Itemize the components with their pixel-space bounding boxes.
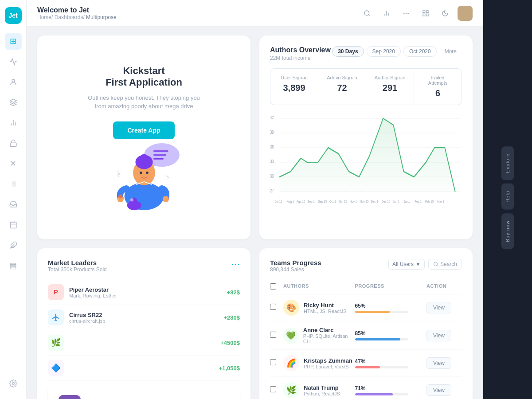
team-progress-2: 85% — [355, 330, 427, 340]
sidebar-item-lock[interactable] — [5, 135, 22, 152]
stat-failed-value: 6 — [421, 88, 454, 98]
dots-button[interactable] — [399, 6, 413, 20]
svg-line-78 — [437, 265, 438, 266]
market-subtitle: Total 350k Products Sold — [48, 266, 107, 273]
logo[interactable]: Jet — [5, 7, 22, 24]
svg-text:Jul 15: Jul 15 — [275, 200, 282, 203]
svg-point-24 — [406, 13, 406, 13]
market-value-2: +280$ — [223, 314, 240, 321]
team-row-3: 🌈 Kristaps Zumman PHP, Laravel, VueJS 47… — [270, 350, 462, 377]
view-btn-4[interactable]: View — [426, 384, 451, 396]
market-more-icon[interactable]: ⋯ — [231, 259, 240, 270]
svg-point-44 — [146, 171, 148, 173]
view-btn-1[interactable]: View — [426, 302, 451, 313]
market-value-3: +4500$ — [220, 340, 240, 346]
create-app-button[interactable]: Create App — [113, 121, 174, 139]
sidebar-item-layers[interactable] — [5, 94, 22, 111]
svg-point-19 — [364, 11, 369, 16]
sidebar-item-list[interactable] — [5, 176, 22, 192]
svg-rect-12 — [10, 222, 16, 228]
header-right — [360, 6, 473, 21]
team-row-1-checkbox[interactable] — [270, 304, 276, 310]
team-row-1: 🎨 Ricky Hunt HTML, JS, ReactJS 65% View — [270, 294, 462, 321]
help-button[interactable]: Help — [501, 184, 514, 210]
svg-text:Dec 15: Dec 15 — [382, 200, 391, 203]
team-skill-1: HTML, JS, ReactJS — [304, 309, 347, 314]
breadcrumb-dashboards: Dashboards/ — [55, 14, 85, 20]
svg-text:36: 36 — [270, 145, 274, 149]
sidebar-item-users[interactable] — [5, 74, 22, 90]
filter-oct2020[interactable]: Oct 2020 — [403, 46, 437, 57]
svg-text:39: 39 — [270, 130, 274, 135]
select-all-checkbox[interactable] — [270, 283, 276, 289]
svg-rect-29 — [423, 14, 425, 16]
team-row-3-checkbox[interactable] — [270, 359, 276, 365]
svg-rect-28 — [426, 11, 428, 13]
team-row-2-checkbox[interactable] — [270, 332, 276, 338]
svg-rect-27 — [423, 11, 425, 13]
market-logo-1: P — [48, 284, 64, 300]
view-btn-2[interactable]: View — [426, 330, 451, 341]
search-button[interactable] — [360, 6, 374, 20]
svg-point-43 — [140, 171, 142, 173]
content-grid: Kickstart First Application Outlines kee… — [27, 27, 483, 399]
stat-author-signin-label: Author Sign-in — [373, 75, 407, 80]
teams-header: Teams Progress 890,344 Sales All Users ▼… — [270, 259, 462, 273]
filter-sep2020[interactable]: Sep 2020 — [367, 46, 401, 57]
sidebar-item-calendar[interactable] — [5, 216, 22, 233]
stat-user-signin: User Sign-in 3,899 — [270, 69, 318, 105]
user-avatar[interactable] — [458, 6, 473, 21]
svg-text:Agu 15: Agu 15 — [297, 200, 305, 203]
team-row-4-checkbox[interactable] — [270, 386, 276, 392]
chart-button[interactable] — [379, 6, 394, 20]
market-name-1: Piper Aerostar — [69, 286, 227, 293]
sidebar-item-settings[interactable] — [5, 375, 22, 392]
grid-button[interactable] — [419, 6, 433, 20]
svg-text:Mar 1: Mar 1 — [437, 200, 444, 203]
sidebar-item-menu[interactable]: ▤ — [5, 257, 22, 274]
market-desc-2: cirrus-aircraft.jsp — [69, 318, 223, 324]
market-logo-2 — [48, 309, 64, 325]
market-value-1: +82$ — [227, 289, 240, 296]
team-avatar-1: 🎨 — [283, 300, 299, 316]
svg-text:Aug 1: Aug 1 — [287, 200, 294, 203]
main-container: Welcome to Jet Home/ Dashboards/ Multipu… — [27, 0, 483, 399]
svg-point-25 — [408, 13, 408, 13]
team-avatar-4: 🌿 — [283, 382, 299, 398]
explore-button[interactable]: Explore — [501, 146, 514, 180]
market-desc-1: Mark, Rowling, Esther — [69, 293, 227, 298]
authors-subtitle: 22M total income — [270, 55, 331, 61]
sidebar-item-inbox[interactable] — [5, 196, 22, 213]
team-avatar-3: 🌈 — [283, 355, 299, 371]
sidebar-item-chart[interactable] — [5, 114, 22, 131]
moon-button[interactable] — [438, 6, 452, 20]
teams-table-header: AUTHORS PROGRESS ACTION — [270, 280, 462, 294]
market-header: Market Leaders Total 350k Products Sold … — [48, 259, 240, 273]
breadcrumb-home: Home/ — [37, 14, 53, 20]
market-row-4: 🔷 +1,050$ — [48, 356, 240, 381]
all-users-filter[interactable]: All Users ▼ — [388, 259, 425, 270]
view-btn-3[interactable]: View — [426, 357, 451, 369]
sidebar-item-puzzle[interactable] — [5, 237, 22, 254]
svg-text:Nov 15: Nov 15 — [360, 200, 369, 203]
svg-text:42: 42 — [270, 115, 274, 120]
sidebar-item-dashboard[interactable]: ⊞ — [5, 33, 22, 50]
breadcrumb-current: Multipurpose — [86, 14, 117, 20]
market-value-4: +1,050$ — [219, 365, 240, 372]
svg-line-20 — [368, 15, 370, 16]
teams-search[interactable]: Search — [428, 259, 462, 270]
team-name-3: Kristaps Zumman — [304, 357, 352, 364]
filter-more[interactable]: More — [439, 47, 462, 56]
line-chart: 42 39 36 33 30 27 — [270, 114, 462, 220]
svg-text:Sep 1: Sep 1 — [308, 200, 315, 203]
svg-text:27: 27 — [270, 188, 274, 193]
svg-point-0 — [12, 79, 15, 82]
sidebar-item-analytics[interactable] — [5, 53, 22, 70]
authors-title: Authors Overview — [270, 46, 331, 54]
filter-30days[interactable]: 30 Days — [332, 46, 364, 57]
svg-point-42 — [139, 154, 149, 163]
team-skill-3: PHP, Laravel, VueJS — [304, 364, 352, 369]
kickstart-title: Kickstart First Application — [106, 65, 182, 88]
buy-now-button[interactable]: Buy now — [501, 213, 514, 249]
sidebar-item-close[interactable]: ✕ — [5, 155, 22, 172]
